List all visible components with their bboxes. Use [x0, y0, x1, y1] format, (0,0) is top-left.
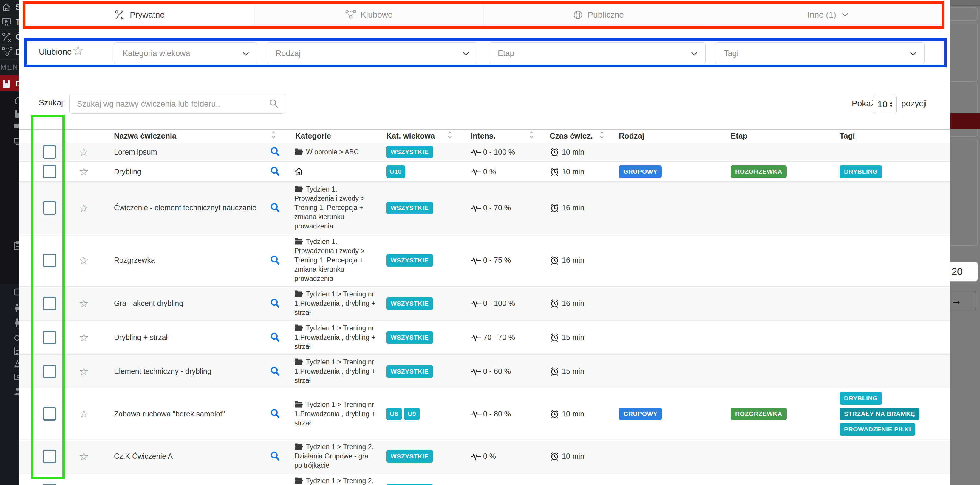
table-row: ☆Gra - akcent dryblingTydzien 1 > Trenin… [19, 287, 950, 320]
book-icon [2, 79, 11, 89]
checkbox-cell [19, 407, 66, 421]
zoom-preview-icon[interactable] [270, 409, 281, 419]
tab-prywatne[interactable]: Prywatne [25, 3, 254, 27]
camera-icon[interactable] [14, 122, 19, 129]
col-header-time[interactable]: Czas ćwicz. [540, 130, 611, 142]
underlay-number-value: 20 [952, 266, 963, 277]
row-checkbox[interactable] [43, 297, 56, 311]
favorite-star-icon[interactable]: ☆ [79, 407, 89, 420]
sidebar-item-exercises[interactable]: Ć [0, 30, 19, 45]
sort-icon[interactable] [447, 131, 452, 141]
user-icon[interactable] [14, 387, 19, 395]
sidebar-item-label: T [16, 17, 19, 27]
page-size-stepper[interactable]: ▴▾ [890, 101, 892, 108]
star-cell: ☆ [66, 254, 100, 267]
favorite-star-icon[interactable]: ☆ [79, 165, 89, 178]
monitor-icon[interactable] [14, 138, 19, 145]
sidebar-item-active[interactable]: D [0, 75, 19, 92]
favorite-star-icon[interactable]: ☆ [79, 145, 89, 158]
select-placeholder: Kategoria wiekowa [123, 49, 190, 58]
whistle-icon[interactable] [14, 333, 19, 341]
intensity-cell: 0 - 80 % [453, 409, 540, 418]
zoom-preview-icon[interactable] [270, 298, 281, 309]
zoom-preview-icon[interactable] [270, 147, 281, 157]
star-cell: ☆ [66, 145, 100, 158]
badge-u9: U9 [404, 407, 420, 420]
badge-wszystkie: WSZYSTKIE [386, 254, 433, 266]
favorite-star-icon[interactable]: ☆ [79, 254, 89, 267]
table-row: ☆DryblingU100 %10 minGRUPOWYROZGRZEWKADR… [19, 162, 950, 182]
underlay-number-input[interactable]: 20 [950, 262, 978, 282]
zoom-preview-icon[interactable] [270, 203, 281, 213]
whiteboard-icon[interactable] [14, 288, 19, 296]
favorite-star-icon[interactable]: ☆ [79, 450, 89, 463]
row-checkbox[interactable] [43, 331, 56, 344]
col-header-categories: Kategorie [288, 130, 379, 142]
search-input[interactable] [76, 94, 266, 114]
tab-publiczne[interactable]: Publiczne [484, 3, 713, 27]
age-category-cell: WSZYSTKIE [379, 365, 453, 378]
categories-cell: Tydzien 1 > Trening 2. Działania Grupowe… [288, 439, 379, 473]
row-checkbox[interactable] [43, 145, 56, 159]
row-checkbox[interactable] [43, 407, 56, 421]
stepper-down-icon[interactable]: ▾ [890, 104, 892, 108]
zoom-preview-icon[interactable] [270, 451, 281, 462]
row-checkbox[interactable] [43, 201, 56, 215]
clock-icon [550, 333, 560, 342]
sort-icon[interactable] [271, 131, 276, 141]
favorite-star-icon[interactable]: ☆ [79, 201, 89, 214]
tab-label: Prywatne [130, 10, 165, 20]
favorite-star-icon[interactable]: ☆ [79, 331, 89, 344]
col-header-age[interactable]: Kat. wiekowa [379, 130, 453, 142]
pitch-icon[interactable] [14, 373, 19, 380]
cone-icon[interactable] [14, 360, 19, 368]
arrow-right-icon: → [951, 294, 962, 307]
tab-klubowe[interactable]: Klubowe [254, 3, 484, 27]
sort-icon[interactable] [600, 131, 604, 141]
sidebar-item-trainings[interactable]: T [0, 15, 19, 30]
chevron-down-icon [242, 52, 249, 57]
zoom-preview-icon[interactable] [270, 255, 281, 266]
row-checkbox[interactable] [43, 365, 56, 378]
book-icon[interactable] [14, 109, 19, 118]
exercise-name: Zabawa ruchowa "berek samolot" [100, 410, 262, 418]
house-icon[interactable] [14, 96, 19, 105]
sidebar-item-start[interactable]: S [0, 0, 19, 15]
favorite-star-icon[interactable]: ☆ [79, 484, 89, 485]
type-select[interactable]: Rodzaj [267, 42, 477, 64]
zoom-preview-icon[interactable] [270, 166, 281, 177]
underlay-next-button[interactable]: → [950, 291, 976, 311]
clipboard-icon[interactable] [14, 241, 19, 250]
row-checkbox[interactable] [43, 450, 56, 463]
tags-cell: DRYBLING [832, 162, 950, 181]
zoom-preview-icon[interactable] [270, 366, 281, 377]
row-checkbox[interactable] [43, 254, 56, 267]
categories-cell: Tydzien 1. Prowadzenia i zwody > Trening… [288, 182, 379, 234]
checkbox-cell [19, 254, 66, 267]
time-value: 10 min [562, 167, 584, 176]
favorite-star-icon[interactable]: ☆ [79, 365, 89, 378]
person-icon[interactable] [14, 303, 19, 312]
underlay-topbar [950, 0, 980, 6]
list-icon[interactable] [14, 347, 19, 355]
folder-icon [294, 358, 306, 366]
favorites-star-icon[interactable]: ☆ [72, 43, 84, 58]
row-checkbox[interactable] [43, 165, 56, 178]
badge-drybling: DRYBLING [840, 392, 882, 404]
sort-icon[interactable] [529, 131, 534, 141]
sidebar-item-team[interactable]: D [0, 45, 19, 60]
page-size-input[interactable]: 10 ▴▾ [873, 95, 897, 114]
age-category-select[interactable]: Kategoria wiekowa [114, 42, 257, 64]
stage-select[interactable]: Etap [489, 42, 706, 64]
favorite-star-icon[interactable]: ☆ [79, 297, 89, 310]
tab-inne-dropdown[interactable]: Inne (1) [713, 3, 942, 27]
zoom-preview-icon[interactable] [270, 332, 281, 343]
person-icon[interactable] [14, 318, 19, 327]
col-header-name[interactable]: Nazwa ćwiczenia [100, 130, 288, 142]
tags-select[interactable]: Tagi [715, 42, 924, 64]
col-header-intensity[interactable]: Intens. [453, 130, 540, 142]
star-cell: ☆ [66, 201, 100, 214]
row-checkbox[interactable] [43, 483, 56, 485]
preview-cell [262, 203, 288, 213]
tags-cell [832, 453, 950, 460]
